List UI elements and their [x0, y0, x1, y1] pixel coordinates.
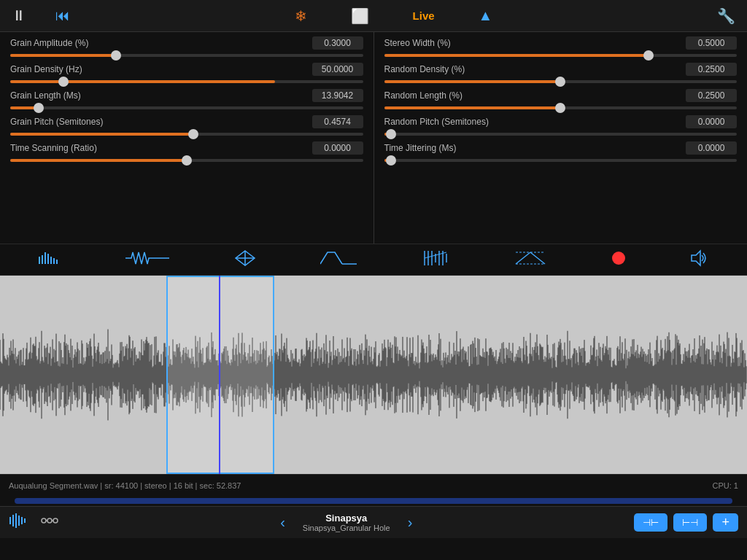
param-value-params_right-1[interactable]: 0.2500 [686, 63, 737, 76]
bottom-left-icons [9, 513, 58, 532]
svg-rect-0 [39, 257, 40, 264]
wave-toolbar [0, 244, 747, 276]
zoom-out-button[interactable]: ⊣⊢ [634, 513, 667, 532]
params-left-col: Grain Amplitude (%) 0.3000 Grain Density… [0, 32, 374, 244]
svg-rect-24 [9, 517, 11, 524]
svg-point-30 [42, 518, 46, 523]
svg-rect-1 [42, 255, 43, 264]
file-info-bar: Auqualung Segment.wav | sr: 44100 | ster… [0, 474, 747, 496]
param-name-params_left-2: Grain Length (Ms) [10, 90, 81, 101]
envelope-shape-icon[interactable] [313, 246, 364, 273]
param-row-params_right-4: Time Jittering (Ms) 0.0000 [384, 141, 738, 162]
waveform-scrollbar[interactable] [0, 496, 747, 506]
slider-fill-params_left-4 [10, 159, 187, 162]
slider-track-params_right-4[interactable] [384, 159, 738, 162]
top-toolbar: ⏸ ⏮ ❄ ⬜ Live ▲ 🔧 [0, 0, 747, 32]
param-row-params_left-1: Grain Density (Hz) 50.0000 [10, 63, 363, 83]
param-value-params_right-2[interactable]: 0.2500 [686, 89, 737, 102]
param-name-params_left-4: Time Scanning (Ratio) [10, 143, 97, 153]
param-row-params_left-3: Grain Pitch (Semitones) 0.4574 [10, 115, 363, 136]
slider-track-params_left-4[interactable] [10, 159, 363, 162]
param-value-params_right-3[interactable]: 0.0000 [686, 115, 737, 128]
param-value-params_left-0[interactable]: 0.3000 [312, 36, 363, 50]
param-row-params_right-2: Random Length (%) 0.2500 [384, 89, 738, 109]
snowflake-icon[interactable]: ❄ [295, 7, 307, 25]
mountain-icon[interactable]: ▲ [479, 7, 493, 24]
slider-thumb-params_left-2[interactable] [34, 103, 44, 113]
preset-info: Sinapsya Sinapsya_Granular Hole [303, 513, 390, 532]
bottom-waveform-icon[interactable] [9, 513, 29, 532]
diamond-shape-icon[interactable] [227, 246, 263, 273]
param-value-params_left-3[interactable]: 0.4574 [312, 115, 363, 128]
slider-fill-params_right-0 [384, 54, 649, 57]
slider-thumb-params_right-4[interactable] [386, 155, 396, 166]
svg-point-22 [612, 252, 625, 265]
param-value-params_left-1[interactable]: 50.0000 [312, 63, 363, 76]
cpu-info-text: CPU: 1 [713, 481, 738, 490]
bottom-right-buttons: ⊣⊢ ⊢⊣ + [634, 513, 738, 532]
waveform-bars-icon[interactable] [31, 246, 69, 273]
svg-line-18 [516, 252, 530, 264]
param-value-params_left-4[interactable]: 0.0000 [312, 141, 363, 155]
slider-fill-params_left-0 [10, 54, 116, 57]
svg-point-31 [47, 518, 52, 523]
slider-thumb-params_left-3[interactable] [188, 129, 198, 139]
slider-thumb-params_right-2[interactable] [555, 103, 565, 113]
slider-track-params_left-3[interactable] [10, 133, 363, 136]
record-dot-icon[interactable] [604, 248, 633, 272]
rewind-icon[interactable]: ⏮ [55, 7, 70, 24]
slider-fill-params_right-1 [384, 80, 561, 83]
spike-wave-icon[interactable] [118, 246, 177, 273]
scrollbar-thumb[interactable] [15, 498, 732, 504]
slider-track-params_right-1[interactable] [384, 80, 738, 83]
svg-line-19 [530, 252, 545, 264]
param-name-params_right-0: Stereo Width (%) [384, 38, 451, 48]
live-label[interactable]: Live [413, 9, 435, 22]
speaker-icon[interactable] [683, 246, 716, 273]
slider-thumb-params_right-3[interactable] [386, 129, 396, 139]
slider-thumb-params_left-4[interactable] [182, 155, 192, 166]
slider-track-params_left-1[interactable] [10, 80, 363, 83]
bottom-node-icon[interactable] [41, 513, 58, 532]
slider-track-params_right-3[interactable] [384, 133, 738, 136]
add-button[interactable]: + [713, 513, 738, 532]
svg-rect-4 [50, 257, 52, 264]
svg-rect-3 [47, 254, 49, 264]
param-value-params_right-0[interactable]: 0.5000 [686, 36, 737, 50]
param-row-params_right-0: Stereo Width (%) 0.5000 [384, 36, 738, 57]
bottom-toolbar: ‹ Sinapsya Sinapsya_Granular Hole › ⊣⊢ ⊢… [0, 506, 747, 538]
preset-nav-left[interactable]: ‹ [280, 514, 285, 531]
svg-rect-27 [18, 516, 20, 526]
slider-track-params_left-2[interactable] [10, 106, 363, 109]
param-row-params_left-0: Grain Amplitude (%) 0.3000 [10, 36, 363, 57]
params-right-col: Stereo Width (%) 0.5000 Random Density (… [374, 32, 748, 244]
slider-thumb-params_left-1[interactable] [58, 77, 69, 87]
pause-icon[interactable]: ⏸ [12, 7, 26, 24]
param-name-params_left-3: Grain Pitch (Semitones) [10, 117, 103, 127]
slider-track-params_left-0[interactable] [10, 54, 363, 57]
svg-rect-25 [12, 515, 14, 526]
waveform-display[interactable] [0, 276, 747, 474]
param-row-params_left-4: Time Scanning (Ratio) 0.0000 [10, 141, 363, 162]
param-value-params_left-2[interactable]: 13.9042 [312, 89, 363, 102]
slider-fill-params_left-3 [10, 133, 193, 136]
param-value-params_right-4[interactable]: 0.0000 [686, 141, 737, 155]
svg-rect-2 [44, 252, 46, 264]
param-name-params_left-1: Grain Density (Hz) [10, 64, 82, 74]
crossed-lines-icon[interactable] [507, 246, 554, 273]
param-name-params_left-0: Grain Amplitude (%) [10, 38, 88, 48]
slider-track-params_right-2[interactable] [384, 106, 738, 109]
slider-thumb-params_right-0[interactable] [643, 50, 654, 61]
bottom-center: ‹ Sinapsya Sinapsya_Granular Hole › [280, 513, 412, 532]
zoom-in-button[interactable]: ⊢⊣ [673, 513, 707, 532]
slider-fill-params_right-2 [384, 106, 561, 109]
slider-track-params_right-0[interactable] [384, 54, 738, 57]
preset-subname: Sinapsya_Granular Hole [303, 524, 390, 532]
folder-icon[interactable]: ⬜ [351, 7, 369, 25]
param-row-params_right-1: Random Density (%) 0.2500 [384, 63, 738, 83]
preset-nav-right[interactable]: › [408, 514, 413, 531]
wrench-icon[interactable]: 🔧 [717, 7, 735, 25]
slider-thumb-params_left-0[interactable] [111, 50, 121, 61]
slider-thumb-params_right-1[interactable] [555, 77, 565, 87]
vertical-lines-icon[interactable] [414, 246, 457, 273]
